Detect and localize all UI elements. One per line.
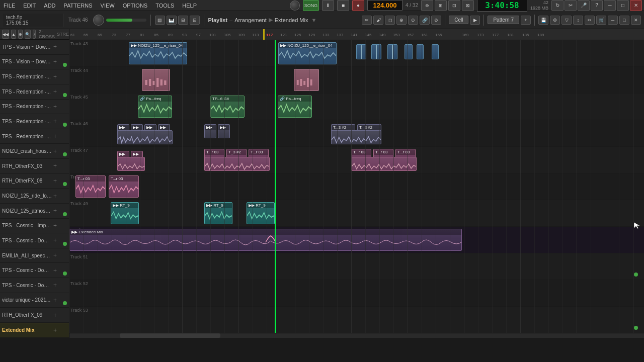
track-row-43[interactable]: Track 43 ▶▶ NOIZU_125__e_riser_04 ▶▶ NOI… [69,40,644,67]
cell-mode-btn[interactable]: Cell [449,16,468,24]
rec-btn2[interactable]: ⊕ [421,0,433,11]
record-btn[interactable]: ● [352,0,364,11]
track-item-43[interactable]: TPS - Vision ~ Downl... + [0,40,69,55]
clip-46-5[interactable] [331,130,381,144]
min-btn[interactable]: ─ [604,0,616,11]
track-52-add[interactable]: + [53,177,57,185]
clip-49-1[interactable]: ▶▶ RT_9 [111,202,139,224]
track-item-59[interactable]: TPS - Cosmic - Down... + [0,278,69,293]
track-nav-vol[interactable]: ♪ [33,30,36,39]
zoom-tool[interactable]: ⊙ [408,16,418,25]
track-row-51[interactable]: Track 51 [69,253,644,280]
track-54-add[interactable]: + [53,207,57,214]
track-item-46[interactable]: TPS - Redemption -... + [0,84,69,100]
clip-49-3[interactable]: ▶▶ RT_9 [247,202,275,224]
track-49-add[interactable]: + [53,133,57,140]
pause-btn[interactable]: ⏸ [322,0,334,11]
refresh-btn[interactable]: ↻ [551,0,564,11]
track-row-48[interactable]: Track 48 T...r 03 T...r 03 [69,173,644,200]
clip-44-1[interactable] [142,69,170,91]
track-row-53[interactable]: Track 53 [69,307,644,333]
track-item-55[interactable]: TPS - Cosmic - Impa... + [0,219,69,234]
clip-43-5[interactable] [387,44,397,59]
cut-btn[interactable]: ✂ [565,0,577,11]
clip-43-7[interactable] [417,44,424,59]
draw-tool[interactable]: ✏ [362,16,372,25]
master-vol-bar[interactable] [106,19,146,22]
track-59-add[interactable]: + [53,282,57,289]
track-item-49[interactable]: TPS - Redemption -... + [0,129,69,144]
clip-46-3a[interactable]: ▶▶ [204,124,216,138]
track-48-add[interactable]: + [53,118,57,125]
pattern-7-btn[interactable]: Pattern 7 [488,16,519,24]
track-item-60[interactable]: victor unique - 2021... + [0,293,69,308]
track-60-add[interactable]: + [53,297,57,304]
btn-seq[interactable]: ⊡ [448,0,460,11]
track-row-46[interactable]: Track 46 ▶▶ ▶▶ ▶▶ ▶▶ [69,120,644,147]
tool-mixer[interactable]: ⊟ [190,16,200,25]
track-item-48[interactable]: TPS - Redemption -... + [0,114,69,129]
tracks-grid[interactable]: // Will be drawn by inline JS below Trac… [69,40,644,333]
menu-tools[interactable]: TOOLS [154,2,176,10]
track-item-45[interactable]: TPS - Redemption -... + [0,69,69,84]
track-53-add[interactable]: + [53,193,57,200]
btn-snap[interactable]: ⊞ [435,0,447,11]
clip-45-3[interactable]: 🔗 Pa...freq [278,96,312,118]
clip-47-rw1[interactable] [204,157,270,171]
track-46-add[interactable]: + [53,88,57,95]
tool-playlist[interactable]: ▤ [155,16,165,25]
tool-piano[interactable]: 🎹 [167,16,177,25]
track-item-50[interactable]: NOIZU_crash_house... + [0,144,69,159]
mic-btn[interactable]: 🎤 [578,0,590,11]
ruler[interactable]: 61 65 69 73 77 81 85 89 93 97 101 105 10… [69,29,644,40]
clip-43-1[interactable]: ▶▶ NOIZU_125__e_riser_04 [129,42,187,64]
track-45-add[interactable]: + [53,73,57,80]
track-43-add[interactable]: + [53,43,57,50]
track-item-51[interactable]: RTH_OtherFX_03 + [0,159,69,174]
track-item-44[interactable]: TPS - Vision ~ Downl... + [0,55,69,70]
track-nav-move[interactable]: ⊕ [18,30,23,39]
track-row-44[interactable]: Track 44 [69,67,644,94]
track-item-52[interactable]: RTH_OtherFX_08 + [0,174,69,189]
menu-view[interactable]: VIEW [99,2,116,10]
close-btn[interactable]: ✕ [630,0,642,11]
filter-tool[interactable]: ▽ [561,16,572,25]
track-item-54[interactable]: NOIZU_125_atmosph... + [0,204,69,219]
track-61-add[interactable]: + [53,312,57,319]
btn-mix[interactable]: ⊠ [462,0,474,11]
track-50-add[interactable]: + [53,148,57,155]
clip-45-1[interactable]: 🔗 Pa...freq [138,96,172,118]
h-scrollbar-thumb[interactable] [120,333,220,338]
clip-43-2[interactable]: ▶▶ NOIZU_125__e_riser_04 [278,42,337,64]
pattern-add-btn[interactable]: + [521,16,531,25]
link-tool[interactable]: 🔗 [420,16,430,25]
clip-43-8[interactable] [432,44,439,59]
select-tool[interactable]: ⊕ [396,16,407,25]
track-item-61[interactable]: RTH_OtherFX_09 + [0,308,69,323]
clip-49-2[interactable]: ▶▶ RT_9 [204,202,232,224]
track-item-56[interactable]: TPS - Cosmic - Down... + [0,233,69,248]
clip-43-3[interactable] [356,44,366,59]
track-extended-add[interactable]: + [53,327,57,334]
eraser-tool[interactable]: ◻ [385,16,395,25]
track-row-49[interactable]: Track 49 ▶▶ RT_9 ▶▶ RT_9 [69,200,644,227]
save-tool[interactable]: 💾 [538,16,548,25]
track-nav-left[interactable]: ◀◀ [2,30,9,39]
move-tool[interactable]: ↕ [573,16,583,25]
track-55-add[interactable]: + [53,222,57,229]
tool-step[interactable]: ⊞ [178,16,188,25]
clip-44-2[interactable] [294,69,319,91]
track-56-add[interactable]: + [53,237,57,244]
master-vol-knob[interactable] [93,15,104,26]
master-knob[interactable] [290,1,300,11]
menu-patterns[interactable]: PATTERNS [62,2,94,10]
track-57-add[interactable]: + [53,252,57,259]
playlist-min[interactable]: ─ [608,16,618,25]
track-nav-up[interactable]: ▲ [11,30,16,39]
track-row-45[interactable]: Track 45 🔗 Pa...freq TP...6 G# [69,94,644,120]
track-item-extended[interactable]: Extended Mix + [0,323,69,338]
menu-options[interactable]: OPTIONS [121,2,149,10]
track-item-58[interactable]: TPS - Cosmic - Down... + [0,263,69,278]
max-btn[interactable]: □ [617,0,629,11]
paint-tool[interactable]: 🖌 [373,16,383,25]
